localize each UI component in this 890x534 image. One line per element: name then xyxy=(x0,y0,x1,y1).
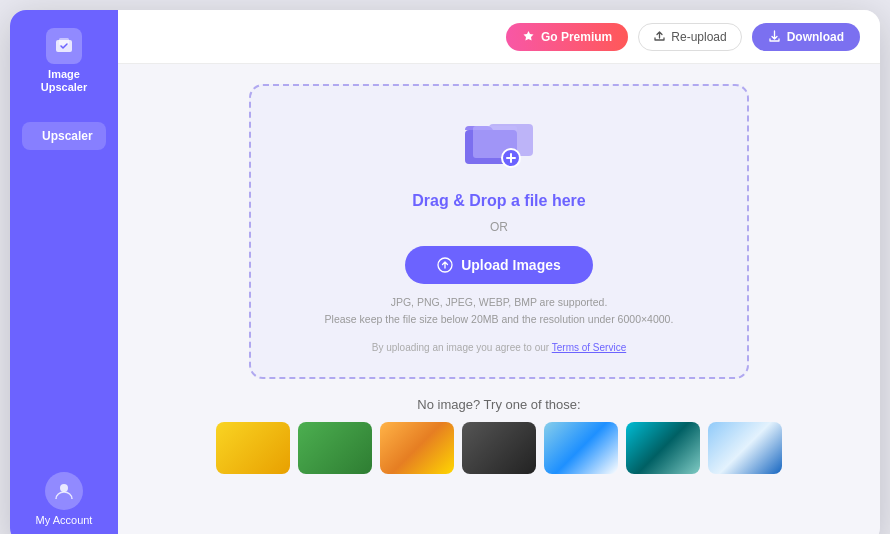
star-icon xyxy=(522,30,535,43)
header: Go Premium Re-upload Download xyxy=(118,10,880,64)
sample-image-3[interactable] xyxy=(380,422,454,474)
sample-image-1[interactable] xyxy=(216,422,290,474)
app-window: Image Upscaler Upscaler My Account xyxy=(10,10,880,534)
dropzone[interactable]: Drag & Drop a file here OR Upload Images… xyxy=(249,84,749,379)
sample-image-7[interactable] xyxy=(708,422,782,474)
sample-section: No image? Try one of those: xyxy=(148,397,850,474)
tos-link[interactable]: Terms of Service xyxy=(552,342,626,353)
reupload-label: Re-upload xyxy=(671,30,726,44)
folder-icon xyxy=(459,116,539,176)
logo-text: Image Upscaler xyxy=(41,68,87,94)
supported-line2: Please keep the file size below 20MB and… xyxy=(325,313,674,325)
logo-line2: Upscaler xyxy=(41,81,87,93)
or-text: OR xyxy=(490,220,508,234)
sample-image-4[interactable] xyxy=(462,422,536,474)
download-icon xyxy=(768,30,781,43)
account-label: My Account xyxy=(36,514,93,526)
avatar xyxy=(45,472,83,510)
premium-label: Go Premium xyxy=(541,30,612,44)
folder-svg xyxy=(459,116,539,176)
reupload-icon xyxy=(653,30,666,43)
reupload-button[interactable]: Re-upload xyxy=(638,23,741,51)
sidebar-nav: Upscaler xyxy=(10,122,118,150)
upload-icon xyxy=(437,257,453,273)
download-label: Download xyxy=(787,30,844,44)
sample-image-5[interactable] xyxy=(544,422,618,474)
avatar-icon xyxy=(53,480,75,502)
sidebar-account[interactable]: My Account xyxy=(36,472,93,526)
sample-image-6[interactable] xyxy=(626,422,700,474)
sidebar: Image Upscaler Upscaler My Account xyxy=(10,10,118,534)
logo-icon xyxy=(46,28,82,64)
sample-label: No image? Try one of those: xyxy=(417,397,580,412)
go-premium-button[interactable]: Go Premium xyxy=(506,23,628,51)
tos-text: By uploading an image you agree to our T… xyxy=(372,342,626,353)
tos-prefix: By uploading an image you agree to our xyxy=(372,342,552,353)
upload-button[interactable]: Upload Images xyxy=(405,246,593,284)
main-panel: Go Premium Re-upload Download xyxy=(118,10,880,534)
sidebar-logo: Image Upscaler xyxy=(41,28,87,94)
logo-line1: Image xyxy=(48,68,80,80)
drag-drop-text: Drag & Drop a file here xyxy=(412,192,585,210)
upload-button-label: Upload Images xyxy=(461,257,561,273)
sidebar-nav-label: Upscaler xyxy=(42,129,93,143)
download-button[interactable]: Download xyxy=(752,23,860,51)
content-area: Drag & Drop a file here OR Upload Images… xyxy=(118,64,880,534)
supported-line1: JPG, PNG, JPEG, WEBP, BMP are supported. xyxy=(391,296,608,308)
sidebar-item-upscaler[interactable]: Upscaler xyxy=(22,122,106,150)
svg-point-3 xyxy=(60,484,68,492)
sample-images-row xyxy=(216,422,782,474)
sample-image-2[interactable] xyxy=(298,422,372,474)
supported-text: JPG, PNG, JPEG, WEBP, BMP are supported.… xyxy=(325,294,674,328)
logo-svg xyxy=(53,35,75,57)
